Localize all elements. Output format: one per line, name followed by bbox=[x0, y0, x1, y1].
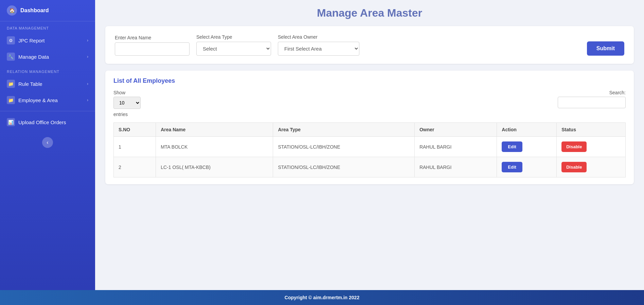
col-header-owner: Owner bbox=[414, 123, 497, 137]
folder-icon: 📁 bbox=[7, 80, 15, 88]
footer-text: Copyright © aim.drmertm.in 2022 bbox=[285, 295, 359, 300]
submit-button[interactable]: Submit bbox=[587, 41, 624, 56]
chevron-right-icon: › bbox=[87, 38, 88, 43]
footer: Copyright © aim.drmertm.in 2022 bbox=[0, 290, 644, 305]
page-title: Manage Area Master bbox=[105, 7, 634, 19]
sidebar-item-jpc-report[interactable]: ⚙ JPC Report › bbox=[0, 32, 95, 49]
cell-status: Disable bbox=[557, 137, 626, 157]
disable-button[interactable]: Disable bbox=[561, 141, 587, 152]
edit-button[interactable]: Edit bbox=[502, 162, 522, 172]
gear-icon: ⚙ bbox=[7, 36, 15, 44]
cell-area-type: STATION/OSL-LC/IBH/ZONE bbox=[273, 137, 415, 157]
sidebar-item-label: Rule Table bbox=[18, 81, 42, 87]
area-name-label: Enter Area Name bbox=[115, 35, 190, 40]
cell-action: Edit bbox=[497, 137, 557, 157]
sidebar-logo-label: Dashboard bbox=[20, 7, 49, 14]
show-entries-select[interactable]: 5 10 25 50 100 bbox=[113, 97, 141, 109]
sidebar-item-label: Manage Data bbox=[18, 54, 49, 60]
search-label: Search: bbox=[609, 90, 626, 95]
col-header-sno: S.NO bbox=[114, 123, 156, 137]
area-owner-label: Select Area Owner bbox=[278, 34, 359, 40]
col-header-status: Status bbox=[557, 123, 626, 137]
section-label-data-management: DATA MANAGEMENT bbox=[0, 21, 95, 32]
show-label: Show bbox=[113, 90, 141, 95]
sidebar-item-rule-table[interactable]: 📁 Rule Table › bbox=[0, 76, 95, 92]
disable-button[interactable]: Disable bbox=[561, 162, 587, 172]
area-name-input[interactable]: text bbox=[115, 42, 190, 56]
table-row: 2 LC-1 OSL( MTA-KBCB) STATION/OSL-LC/IBH… bbox=[114, 157, 626, 177]
col-header-area-type: Area Type bbox=[273, 123, 415, 137]
search-input[interactable] bbox=[558, 97, 626, 108]
cell-action: Edit bbox=[497, 157, 557, 177]
sidebar-item-label: Employee & Area bbox=[18, 97, 58, 103]
chevron-right-icon: › bbox=[87, 98, 88, 102]
cell-status: Disable bbox=[557, 157, 626, 177]
sidebar-logo[interactable]: 🏠 Dashboard bbox=[0, 0, 95, 21]
chart-icon: 📊 bbox=[7, 118, 15, 126]
sidebar-item-manage-data[interactable]: 🔧 Manage Data › bbox=[0, 49, 95, 65]
folder-icon: 📁 bbox=[7, 96, 15, 104]
employees-table: S.NO Area Name Area Type Owner Action St… bbox=[113, 122, 626, 177]
search-group: Search: bbox=[558, 90, 626, 108]
table-controls: Show 5 10 25 50 100 entries Search: bbox=[113, 90, 626, 117]
sidebar-item-label: Upload Office Orders bbox=[18, 119, 66, 125]
area-owner-select[interactable]: First Select Area RAHUL BARGI Other Owne… bbox=[278, 42, 359, 56]
col-header-area-name: Area Name bbox=[156, 123, 273, 137]
chevron-right-icon: › bbox=[87, 81, 88, 86]
edit-button[interactable]: Edit bbox=[502, 141, 522, 152]
wrench-icon: 🔧 bbox=[7, 53, 15, 61]
table-card: List of All Employees Show 5 10 25 50 10… bbox=[105, 71, 634, 184]
sidebar-item-employee-area[interactable]: 📁 Employee & Area › bbox=[0, 92, 95, 108]
cell-owner: RAHUL BARGI bbox=[414, 137, 497, 157]
main-content: Manage Area Master Enter Area Name text … bbox=[95, 0, 644, 290]
cell-area-name: LC-1 OSL( MTA-KBCB) bbox=[156, 157, 273, 177]
col-header-action: Action bbox=[497, 123, 557, 137]
sidebar-collapse-button[interactable]: ‹ bbox=[42, 137, 53, 148]
cell-sno: 2 bbox=[114, 157, 156, 177]
cell-area-name: MTA BOLCK bbox=[156, 137, 273, 157]
sidebar-item-label: JPC Report bbox=[18, 38, 45, 43]
form-card: Enter Area Name text Select Area Type Se… bbox=[105, 26, 634, 64]
area-name-group: Enter Area Name text bbox=[115, 35, 190, 56]
dashboard-icon: 🏠 bbox=[7, 5, 17, 16]
sidebar-divider bbox=[0, 111, 95, 111]
area-type-group: Select Area Type Select STATION/OSL-LC/I… bbox=[196, 34, 271, 56]
entries-label: entries bbox=[113, 112, 141, 117]
chevron-right-icon: › bbox=[87, 54, 88, 59]
table-row: 1 MTA BOLCK STATION/OSL-LC/IBH/ZONE RAHU… bbox=[114, 137, 626, 157]
show-group: Show 5 10 25 50 100 entries bbox=[113, 90, 141, 117]
section-label-relation-management: RELATION MANAGEMENT bbox=[0, 65, 95, 76]
table-title: List of All Employees bbox=[113, 77, 626, 84]
cell-area-type: STATION/OSL-LC/IBH/ZONE bbox=[273, 157, 415, 177]
cell-sno: 1 bbox=[114, 137, 156, 157]
sidebar: 🏠 Dashboard DATA MANAGEMENT ⚙ JPC Report… bbox=[0, 0, 95, 290]
cell-owner: RAHUL BARGI bbox=[414, 157, 497, 177]
sidebar-item-upload-office-orders[interactable]: 📊 Upload Office Orders bbox=[0, 114, 95, 130]
area-type-select[interactable]: Select STATION/OSL-LC/IBH/ZONE Type A Ty… bbox=[196, 42, 271, 56]
area-type-label: Select Area Type bbox=[196, 34, 271, 40]
area-owner-group: Select Area Owner First Select Area RAHU… bbox=[278, 34, 359, 56]
